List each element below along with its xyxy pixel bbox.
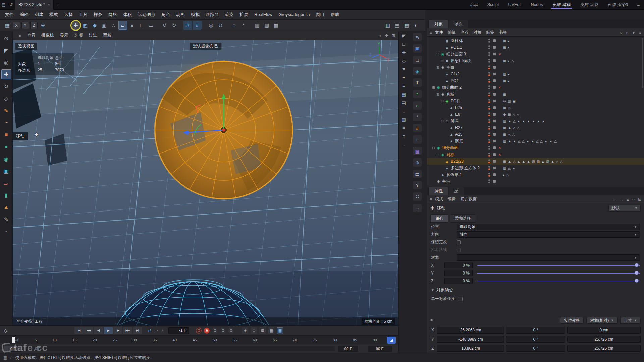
make-editable-icon[interactable]: ◩: [81, 21, 90, 30]
wye-icon[interactable]: Y: [402, 134, 406, 139]
frame-ruler[interactable]: -151015202530354045505560657075808590 ◢: [0, 335, 398, 344]
maximize-icon[interactable]: ⊞: [392, 33, 395, 38]
layout-tab[interactable]: 夜猫-建模: [548, 0, 575, 9]
menu-item[interactable]: 创建: [32, 12, 46, 18]
dark-tool-icon[interactable]: ▪: [1, 226, 11, 236]
visibility-dots[interactable]: [488, 85, 490, 89]
grid-a-icon[interactable]: ▦: [402, 92, 406, 97]
tree-row[interactable]: ⊟ ◉ 细分曲面.3 ×: [427, 51, 644, 57]
visibility-dots[interactable]: [488, 159, 490, 163]
attr-menu-item[interactable]: 编辑: [445, 196, 458, 202]
layer-chip[interactable]: [493, 140, 496, 142]
object-menu-item[interactable]: 查看: [458, 29, 471, 35]
world-coordinates-icon[interactable]: ⊕: [39, 21, 47, 30]
panel-tab[interactable]: 对象: [429, 20, 448, 28]
wye2-icon[interactable]: Y: [413, 181, 422, 190]
plane-primitive-icon[interactable]: ▱: [1, 178, 11, 188]
tree-row[interactable]: ▲ 多边形.1 ▸ △: [427, 171, 644, 178]
search-icon[interactable]: ○: [632, 197, 635, 202]
layout-tab[interactable]: 夜猫-渲染3: [603, 0, 633, 9]
rows-icon[interactable]: ▥: [402, 117, 406, 122]
tree-row[interactable]: ⊞ ■ 喷射口模块 ▦ ▸ △: [427, 57, 644, 64]
coord-position-field[interactable]: 26.2063 cm: [437, 327, 504, 334]
object-tags[interactable]: ▦: [503, 93, 506, 96]
object-label[interactable]: E8: [455, 112, 460, 117]
expand-icon[interactable]: ⊟: [440, 119, 444, 123]
slider-knob[interactable]: [635, 279, 639, 283]
object-label[interactable]: 多边形-立方体.2: [451, 165, 480, 171]
layer-chip[interactable]: [493, 133, 496, 136]
object-label[interactable]: 喷射口模块: [451, 58, 471, 64]
enable-state-icon[interactable]: ×: [497, 146, 502, 150]
tree-row[interactable]: ▲ A25 ▦ △ △: [427, 131, 644, 138]
coord-rotation-field[interactable]: 0 °: [506, 327, 565, 334]
coord-rotation-field[interactable]: 0 °: [506, 336, 565, 343]
panel-tab[interactable]: 场次: [449, 20, 468, 28]
menu-item[interactable]: 编辑: [17, 12, 32, 18]
object-label[interactable]: 脚板: [446, 92, 454, 97]
down-icon[interactable]: ↓: [403, 109, 405, 114]
layer-chip[interactable]: [493, 86, 496, 89]
object-tags[interactable]: ⊘ ▦ △ △: [503, 113, 520, 116]
layer-chip[interactable]: [493, 120, 496, 122]
enable-state-icon[interactable]: ×: [497, 85, 502, 89]
visibility-dots[interactable]: [488, 79, 490, 83]
list-icon[interactable]: ≡: [402, 83, 405, 88]
expand-icon[interactable]: ⊟: [436, 93, 440, 96]
gear-snap-icon[interactable]: *: [239, 21, 248, 30]
view-list-icon[interactable]: ≡: [639, 30, 641, 35]
layer-chip[interactable]: [493, 39, 496, 42]
layer-chip[interactable]: [493, 126, 496, 129]
torus-primitive-icon[interactable]: ◉: [1, 154, 11, 164]
range-end-handle[interactable]: 90 F: [338, 346, 358, 352]
pen-tool-icon[interactable]: ✎: [1, 106, 11, 116]
grid-b-icon[interactable]: ▤: [402, 100, 406, 105]
visibility-dots[interactable]: [488, 139, 490, 143]
layer-chip[interactable]: [493, 100, 496, 102]
tree-row[interactable]: ⊟ ◉ 细分曲面 ×: [427, 144, 644, 151]
workplane-mode-icon[interactable]: ∟: [137, 21, 146, 30]
visibility-dots[interactable]: [488, 153, 490, 157]
tree-row[interactable]: ⊟ ◉ PC件 ⊘ ▦ ▣: [427, 98, 644, 104]
live-select-tool-icon[interactable]: ◎: [1, 57, 11, 67]
axis-lock-button[interactable]: Y: [21, 22, 29, 29]
visibility-dots[interactable]: [488, 146, 490, 150]
goto-end-icon[interactable]: ▶|: [133, 327, 142, 334]
object-tags[interactable]: ▦ ▲ ▲ △ △ ▲ ▲ △ △ ▲ ▲ △: [503, 139, 557, 143]
coord-size-field[interactable]: 25.726 cm: [567, 336, 641, 343]
menu-item[interactable]: 选择: [61, 12, 76, 18]
object-axis-section[interactable]: ▼ 对象轴心: [431, 287, 453, 293]
keyframe-selection-icon[interactable]: ⊙: [212, 328, 218, 334]
size-mode-dropdown[interactable]: 尺寸▼: [620, 317, 641, 324]
corner-blue-icon[interactable]: ∟: [413, 135, 422, 144]
visibility-dots[interactable]: [488, 59, 490, 63]
object-label[interactable]: 对称: [446, 152, 454, 158]
menu-item[interactable]: 窗口: [313, 12, 327, 18]
filter-icon[interactable]: ▼: [632, 30, 636, 35]
point-mode-icon[interactable]: ∴: [109, 21, 118, 30]
object-link-field[interactable]: ▼: [457, 254, 640, 261]
position-dropdown[interactable]: 选取对象▼: [457, 224, 640, 230]
select-tool-icon[interactable]: ◤: [1, 45, 11, 55]
object-label[interactable]: 细分曲面.3: [446, 51, 466, 57]
gear-dark-icon[interactable]: *: [413, 112, 422, 121]
panel-tab[interactable]: 层: [449, 187, 464, 195]
grid-orange-icon[interactable]: #: [413, 124, 422, 133]
coord-size-field[interactable]: 0 cm: [567, 327, 641, 334]
menu-item[interactable]: 网格: [105, 12, 120, 18]
visibility-dots[interactable]: [488, 39, 490, 43]
visibility-dots[interactable]: [488, 106, 490, 110]
axis-lock-button[interactable]: Z: [30, 22, 38, 29]
visibility-dots[interactable]: [488, 173, 490, 177]
tree-row[interactable]: ▲ 脚底 ▦ ▲ ▲ △ △ ▲ ▲ △ △ ▲ ▲ △: [427, 138, 644, 144]
coords-menu-icon[interactable]: ≡: [430, 318, 433, 323]
layout-tab[interactable]: Sculpt: [483, 0, 504, 9]
goto-start-icon[interactable]: |◀: [74, 327, 84, 334]
layout-tab[interactable]: 启动: [465, 0, 483, 9]
along-normal-checkbox[interactable]: [457, 248, 461, 252]
keyframe-nav-icon[interactable]: ◈: [242, 327, 248, 334]
tree-row[interactable]: ▲ E8 ⊘ ▦ △ △: [427, 111, 644, 118]
visibility-dots[interactable]: [488, 126, 490, 130]
visibility-dots[interactable]: [488, 45, 490, 49]
next-key-icon[interactable]: ▶▶: [123, 327, 132, 334]
